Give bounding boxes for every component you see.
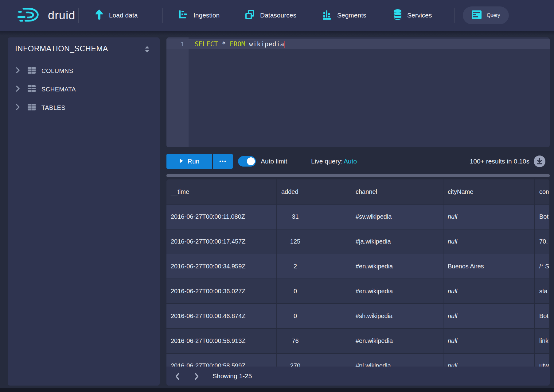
auto-limit-toggle[interactable]: [238, 156, 256, 167]
table-row: 2016-06-27T00:00:11.080Z 31 #sv.wikipedi…: [166, 204, 550, 229]
nav-item-label: Query: [487, 13, 500, 18]
top-nav-bar: druid Load data Ingestion: [0, 0, 554, 31]
cell-comment[interactable]: /* S: [535, 254, 550, 279]
nav-shadow: [0, 31, 554, 36]
nav-item-services[interactable]: Services: [393, 0, 432, 31]
nav-item-label: Load data: [109, 12, 138, 19]
druid-logo[interactable]: druid: [16, 6, 76, 25]
cell-cityname[interactable]: null: [443, 329, 535, 353]
cell-cityname[interactable]: null: [443, 304, 535, 328]
cell-comment[interactable]: 70.: [535, 229, 550, 254]
table-row: 2016-06-27T00:00:46.874Z 0 #sh.wikipedia…: [166, 303, 550, 328]
double-caret-vertical-icon[interactable]: [144, 45, 150, 55]
next-page-button[interactable]: [191, 371, 202, 382]
text-cursor: [284, 41, 285, 48]
cell-comment[interactable]: sta: [535, 279, 550, 303]
pane-resize-handle[interactable]: [166, 174, 550, 177]
cell-added[interactable]: 0: [277, 279, 351, 303]
table-header-row: __time added channel cityName comment: [166, 179, 550, 204]
nav-item-label: Services: [407, 12, 432, 19]
run-more-options-button[interactable]: •••: [213, 154, 233, 169]
chevron-right-icon: [15, 85, 21, 93]
cell-added[interactable]: 0: [277, 304, 351, 328]
druid-logo-icon: [16, 6, 42, 25]
nav-item-ingestion[interactable]: Ingestion: [178, 0, 220, 31]
cell-time[interactable]: 2016-06-27T00:00:46.874Z: [166, 304, 277, 328]
sidebar-item-tables[interactable]: TABLES: [8, 101, 160, 114]
cell-added[interactable]: 76: [277, 329, 351, 353]
table-icon: [27, 103, 36, 112]
run-label: Run: [188, 158, 200, 165]
cell-cityname[interactable]: Buenos Aires: [443, 254, 535, 279]
results-table: __time added channel cityName comment 20…: [166, 179, 550, 386]
nav-divider: [454, 8, 455, 23]
cell-cityname[interactable]: null: [443, 279, 535, 303]
results-summary: 100+ results in 0.10s: [470, 154, 529, 169]
cell-time[interactable]: 2016-06-27T00:00:36.027Z: [166, 279, 277, 303]
cell-time[interactable]: 2016-06-27T00:00:17.457Z: [166, 229, 277, 254]
sql-keyword: SELECT: [195, 40, 218, 48]
table-row: 2016-06-27T00:00:17.457Z 125 #ja.wikiped…: [166, 229, 550, 254]
nav-item-load-data[interactable]: Load data: [94, 0, 138, 31]
nav-item-datasources[interactable]: Datasources: [245, 0, 296, 31]
cell-channel[interactable]: #en.wikipedia: [351, 279, 443, 303]
editor-code-line[interactable]: SELECT * FROM wikipedia: [195, 39, 285, 49]
cell-channel[interactable]: #en.wikipedia: [351, 254, 443, 279]
sidebar-item-label: COLUMNS: [41, 67, 73, 75]
nav-item-label: Datasources: [260, 12, 296, 19]
window-bottom-edge: [0, 388, 554, 392]
sql-editor[interactable]: 1 SELECT * FROM wikipedia: [166, 37, 550, 147]
nav-item-query-active[interactable]: Query: [463, 6, 509, 24]
previous-page-button[interactable]: [172, 371, 183, 382]
cell-added[interactable]: 2: [277, 254, 351, 279]
live-query-value[interactable]: Auto: [344, 154, 357, 169]
upload-icon: [94, 9, 104, 21]
column-header-cityname[interactable]: cityName: [443, 179, 535, 204]
sql-star: *: [222, 40, 226, 48]
sql-keyword: FROM: [230, 40, 245, 48]
cell-comment[interactable]: Bot: [535, 304, 550, 328]
cell-time[interactable]: 2016-06-27T00:00:34.959Z: [166, 254, 277, 279]
table-row: 2016-06-27T00:00:56.913Z 76 #en.wikipedi…: [166, 328, 550, 353]
auto-limit-label: Auto limit: [261, 154, 287, 169]
cell-channel[interactable]: #ja.wikipedia: [351, 229, 443, 254]
bar-chart-icon: [322, 9, 332, 21]
table-row: 2016-06-27T00:00:36.027Z 0 #en.wikipedia…: [166, 279, 550, 303]
column-header-added[interactable]: added: [277, 179, 351, 204]
sidebar-item-schemata[interactable]: SCHEMATA: [8, 83, 160, 96]
cell-comment[interactable]: link: [535, 329, 550, 353]
cell-time[interactable]: 2016-06-27T00:00:11.080Z: [166, 205, 277, 229]
cell-channel[interactable]: #sh.wikipedia: [351, 304, 443, 328]
download-icon[interactable]: [534, 156, 545, 167]
column-header-channel[interactable]: channel: [351, 179, 443, 204]
cell-cityname[interactable]: null: [443, 205, 535, 229]
sidebar-item-label: TABLES: [41, 104, 65, 111]
sidebar-item-columns[interactable]: COLUMNS: [8, 64, 160, 78]
nav-item-segments[interactable]: Segments: [322, 0, 366, 31]
cell-comment[interactable]: Bot: [535, 205, 550, 229]
query-toolbar: Run ••• Auto limit Live query: Auto 100+…: [166, 154, 550, 169]
chevron-right-icon: [15, 67, 21, 75]
gantt-chart-icon: [178, 10, 189, 21]
console-icon: [471, 10, 482, 21]
table-icon: [27, 85, 36, 94]
live-query-label: Live query:: [311, 154, 343, 169]
showing-range-label: Showing 1-25: [213, 367, 252, 386]
run-button[interactable]: Run: [166, 154, 212, 169]
nav-item-label: Segments: [337, 12, 366, 19]
pagination-bar: Showing 1-25: [166, 367, 550, 386]
cell-added[interactable]: 31: [277, 205, 351, 229]
sidebar-item-label: SCHEMATA: [41, 86, 76, 93]
column-header-comment[interactable]: comment: [535, 179, 550, 204]
more-dots-icon: •••: [219, 158, 227, 164]
cell-channel[interactable]: #sv.wikipedia: [351, 205, 443, 229]
nav-item-label: Ingestion: [193, 12, 220, 19]
stacked-windows-icon: [245, 10, 255, 21]
schema-title: INFORMATION_SCHEMA: [15, 44, 108, 53]
cell-time[interactable]: 2016-06-27T00:00:56.913Z: [166, 329, 277, 353]
cell-cityname[interactable]: null: [443, 229, 535, 254]
cell-channel[interactable]: #en.wikipedia: [351, 329, 443, 353]
cell-added[interactable]: 125: [277, 229, 351, 254]
column-header-time[interactable]: __time: [166, 179, 277, 204]
table-icon: [27, 67, 36, 75]
